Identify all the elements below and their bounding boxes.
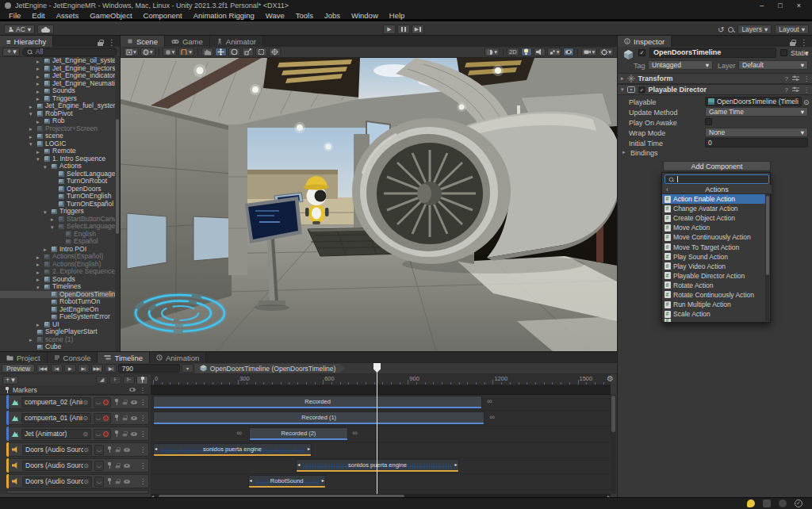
tree-arrow-icon[interactable]: ▸ [36,118,40,125]
eye-icon[interactable] [124,448,130,452]
lock-icon[interactable] [116,447,121,452]
track-lane[interactable] [151,474,611,489]
tab-game[interactable]: Game [165,36,210,47]
lock-icon[interactable] [123,431,128,436]
tab-animation[interactable]: Animation [150,352,206,363]
component-enabled-checkbox[interactable]: ✓ [638,86,645,93]
object-picker-icon[interactable]: ⊙ [83,446,89,454]
cache-server-icon[interactable] [763,499,771,507]
pin-icon[interactable] [107,478,112,484]
timeline-next-frame-button[interactable]: ▶| [78,364,90,373]
clip-robotsound[interactable]: RobotSound ◂ ▸ [248,475,326,488]
component-item-scale-action[interactable]: Scale Action [662,309,767,319]
gameobject-name-field[interactable]: OpenDoorsTimeline [649,48,776,58]
lock-icon[interactable] [123,415,128,420]
menu-tools[interactable]: Tools [290,11,319,20]
close-button[interactable]: × [797,2,801,10]
tree-arrow-icon[interactable]: ▸ [36,65,40,72]
undo-history-icon[interactable]: ↺ [718,25,724,34]
timeline-play-button[interactable]: ▶ [64,364,76,373]
tree-arrow-icon[interactable]: ▸ [36,88,40,95]
component-item-move-action[interactable]: Move Action [662,223,767,232]
object-picker-icon[interactable]: ⊙ [82,398,88,407]
timeline-ruler[interactable]: 030060090012001500 [151,374,611,385]
record-button[interactable] [103,431,109,437]
menu-jobs[interactable]: Jobs [319,11,346,20]
track-header-compuerta-01-anim[interactable]: compuerta_01 (Anim⊙ ◡ ⋮ [6,411,149,425]
timeline-play-range-button[interactable]: |▶| [105,364,117,373]
clip-trim-left-icon[interactable]: ◂ [250,477,252,483]
lock-icon[interactable] [123,400,128,404]
tree-arrow-icon[interactable]: ▸ [36,276,40,283]
clip-sonidos-puerta-engine[interactable]: sonidos puerta engine ◂ ▸ [153,443,312,457]
code-optimization-icon[interactable]: ✓ [795,499,802,507]
component-item-action-enable-action[interactable]: Action Enable Action [662,194,767,204]
menu-edit[interactable]: Edit [26,11,50,20]
replace-mode-button[interactable]: ⊩ [123,376,135,385]
hierarchy-item-selectlanguagee[interactable]: ▾ SelectLanguageE [0,223,116,231]
kebab-menu-icon[interactable]: ⋮ [140,462,148,469]
tag-dropdown[interactable]: Untagged▾ [648,60,713,70]
component-item-create-object-action[interactable]: Create Object Action [662,213,767,223]
ripple-mode-button[interactable]: ⊦ [109,376,121,385]
pin-icon[interactable] [107,462,112,469]
tree-arrow-icon[interactable]: ▸ [36,95,40,102]
component-item-rotate-action[interactable]: Rotate Action [662,281,767,290]
grid-snap-toggle[interactable]: ▾ [163,48,178,56]
2d-toggle[interactable]: 2D [507,48,519,56]
component-item-play-video-action[interactable]: Play Video Action [662,262,767,271]
tab-hierarchy[interactable]: ≡ Hierarchy [0,36,53,47]
tree-arrow-icon[interactable]: ▸ [29,133,33,140]
object-picker-icon[interactable]: ⊙ [803,98,810,106]
tree-arrow-icon[interactable]: ▸ [29,125,33,132]
pin-icon[interactable] [114,431,119,437]
hierarchy-item-english[interactable]: English [0,231,116,239]
component-item-move-to-target-action[interactable]: Move To Target Action [662,242,767,251]
tree-arrow-icon[interactable]: ▸ [36,321,40,328]
layer-dropdown[interactable]: Default▾ [738,60,808,70]
back-icon[interactable]: ‹ [666,185,668,194]
menu-assets[interactable]: Assets [51,11,85,20]
step-button[interactable]: ▶ [412,25,424,34]
menu-window[interactable]: Window [346,11,384,20]
pin-icon[interactable] [114,399,119,405]
transform-tool[interactable] [269,48,281,56]
tree-arrow-icon[interactable]: ▾ [44,163,47,170]
tab-project[interactable]: Project [0,352,48,363]
scale-tool[interactable] [242,48,254,56]
tree-arrow-icon[interactable]: ▾ [36,155,40,163]
rotate-tool[interactable] [228,48,240,56]
menu-help[interactable]: Help [384,11,411,20]
component-item-change-avatar-action[interactable]: Change Avatar Action [662,204,767,213]
layout-dropdown[interactable]: Layout▾ [775,25,809,34]
bindings-foldout-icon[interactable]: ▸ [622,149,626,155]
kebab-menu-icon[interactable]: ⋮ [140,446,148,454]
view-tool[interactable] [201,48,213,56]
help-icon[interactable]: ? [785,75,788,82]
curves-toggle-icon[interactable]: ◡ [96,415,101,421]
play-on-awake-checkbox[interactable] [705,118,712,125]
component-item-rotate-continuously-action[interactable]: Rotate Continuously Action [662,290,767,300]
lock-icon[interactable] [790,40,795,46]
playable-director-header[interactable]: ▾ ✓ Playable Director ? ⋮ [618,84,812,95]
tree-arrow-icon[interactable]: ▸ [36,58,40,65]
clip-trim-right-icon[interactable]: ▸ [455,461,458,467]
timeline-previous-frame-button[interactable]: |◀ [51,364,63,373]
clip-trim-left-icon[interactable]: ◂ [155,446,157,451]
track-name-field[interactable]: compuerta_02 (Anim⊙ [21,397,91,408]
object-picker-icon[interactable]: ⊙ [83,461,89,470]
presets-icon[interactable] [792,75,799,82]
component-item-playable-director-action[interactable]: Playable Director Action [662,271,767,281]
tree-arrow-icon[interactable]: ▸ [29,103,33,110]
eye-icon[interactable] [124,480,130,484]
tree-arrow-icon[interactable]: ▾ [51,224,54,231]
track-header-compuerta-02-anim[interactable]: compuerta_02 (Anim⊙ ◡ ⋮ [6,395,149,409]
tree-arrow-icon[interactable]: ▸ [36,148,40,155]
menu-component[interactable]: Component [138,11,188,20]
static-dropdown-icon[interactable]: ▾ [805,49,809,57]
snap-increment-toggle[interactable]: ▾ [178,48,194,56]
eye-icon[interactable] [124,464,130,468]
add-component-button[interactable]: Add Component [663,161,771,171]
lock-icon[interactable] [116,463,121,468]
curves-toggle-icon[interactable]: ◡ [97,478,102,484]
